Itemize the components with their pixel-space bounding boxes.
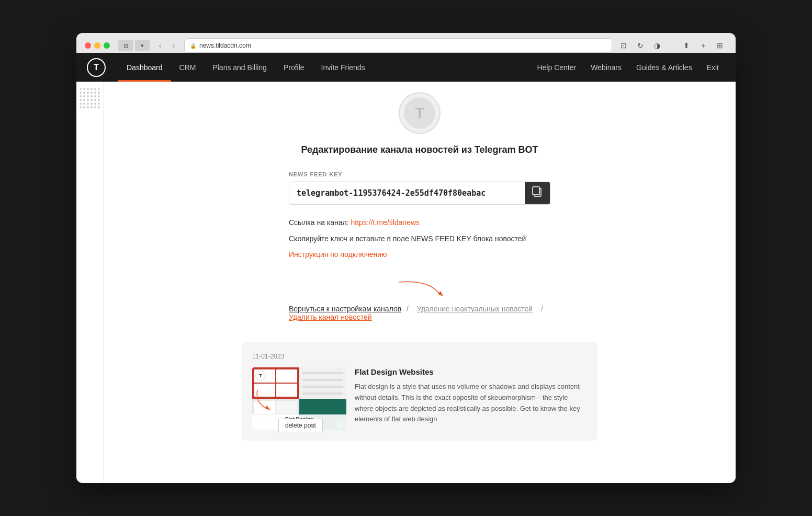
thumb-cell-2 <box>299 367 346 399</box>
forward-button[interactable]: › <box>167 40 180 51</box>
nav-left-items: Dashboard CRM Plans and Billing Profile … <box>118 53 531 82</box>
refresh-button[interactable]: ↻ <box>633 40 648 51</box>
copy-key-button[interactable] <box>525 182 550 204</box>
page-title: Редактирование канала новостей из Telegr… <box>301 144 538 155</box>
nav-guides-articles[interactable]: Guides & Articles <box>630 53 698 82</box>
nav-item-plans-billing[interactable]: Plans and Billing <box>204 53 275 82</box>
share-button[interactable]: ⬆ <box>679 40 694 51</box>
browser-chrome: ⊟ ▾ ‹ › 🔒 news.tildacdn.com ⊡ ↻ ◑ ⬆ + ⊞ <box>76 33 736 53</box>
svg-marker-3 <box>265 406 270 410</box>
left-sidebar <box>76 82 104 482</box>
field-label: NEWS FEED KEY <box>289 171 550 177</box>
logo-letter: T <box>94 63 99 72</box>
delete-channel-link[interactable]: Удалить канал новостей <box>289 313 372 321</box>
sidebar-toggle-button[interactable]: ⊟ <box>118 40 133 51</box>
post-date: 11-01-2023 <box>252 353 587 360</box>
instruction-link[interactable]: Инструкция по подключению <box>289 250 387 259</box>
app-logo[interactable]: T <box>87 58 106 77</box>
post-info: Flat Design Websites Flat design is a st… <box>355 367 587 430</box>
close-window-button[interactable] <box>85 42 91 49</box>
sidebar-pattern <box>80 88 100 108</box>
shield-button[interactable]: ◑ <box>650 40 664 51</box>
nav-exit[interactable]: Exit <box>701 53 725 82</box>
separator-2: / <box>541 305 543 313</box>
channel-link-row: Ссылка на канал: https://t.me/tildanews <box>289 217 550 228</box>
nav-webinars[interactable]: Webinars <box>584 53 628 82</box>
key-input-wrapper <box>289 182 550 205</box>
screen-record-button[interactable]: ⊡ <box>616 40 631 51</box>
nav-item-dashboard[interactable]: Dashboard <box>118 53 171 82</box>
copy-instruction-text: Скопируйте ключ и вставьте в поле NEWS F… <box>289 233 550 244</box>
avatar-letter: T <box>415 105 424 121</box>
traffic-lights <box>85 42 110 49</box>
lock-icon: 🔒 <box>190 43 196 49</box>
address-bar[interactable]: 🔒 news.tildacdn.com <box>184 38 612 53</box>
separator-1: / <box>407 305 411 313</box>
back-to-channels-link[interactable]: Вернуться к настройкам каналов <box>289 305 401 313</box>
svg-marker-2 <box>438 291 443 296</box>
channel-avatar-inner: T <box>404 97 435 129</box>
arrow-svg <box>388 279 451 300</box>
delete-post-arrow <box>252 387 284 416</box>
grid-button[interactable]: ⊞ <box>713 40 727 51</box>
url-text: news.tildacdn.com <box>199 42 251 49</box>
browser-actions: ⊡ ↻ ◑ ⬆ + ⊞ <box>616 40 727 51</box>
copy-icon <box>532 186 543 200</box>
delete-outdated-text: Удаление неактуальных новостей <box>417 305 533 313</box>
bottom-links: Вернуться к настройкам каналов / Удалени… <box>289 305 550 321</box>
delete-post-button[interactable]: delete post <box>278 419 323 432</box>
form-section: NEWS FEED KEY Ссылка <box>289 171 550 342</box>
nav-help-center[interactable]: Help Center <box>531 53 582 82</box>
tilda-badge: T <box>255 371 266 381</box>
channel-avatar: T <box>399 92 441 134</box>
post-title: Flat Design Websites <box>355 367 587 376</box>
nav-item-profile[interactable]: Profile <box>275 53 313 82</box>
post-preview-card: 11-01-2023 T <box>242 342 597 441</box>
channel-link-prefix: Ссылка на канал: <box>289 218 349 227</box>
browser-nav: ‹ › <box>154 40 180 51</box>
app-navbar: T Dashboard CRM Plans and Billing Profil… <box>76 53 736 82</box>
back-button[interactable]: ‹ <box>154 40 166 51</box>
sidebar-toggle-chevron[interactable]: ▾ <box>135 40 150 51</box>
maximize-window-button[interactable] <box>104 42 110 49</box>
channel-link[interactable]: https://t.me/tildanews <box>351 218 420 227</box>
news-feed-key-input[interactable] <box>289 182 525 204</box>
nav-item-crm[interactable]: CRM <box>171 53 205 82</box>
arrow-decoration <box>289 279 550 300</box>
svg-rect-1 <box>533 187 539 195</box>
page-layout: T Редактирование канала новостей из Tele… <box>76 82 736 482</box>
nav-item-invite-friends[interactable]: Invite Friends <box>313 53 374 82</box>
new-tab-button[interactable]: + <box>696 40 710 51</box>
browser-controls: ⊟ ▾ <box>118 40 150 51</box>
minimize-window-button[interactable] <box>94 42 100 49</box>
post-description: Flat design is a style that uses no volu… <box>355 382 587 425</box>
main-content: T Редактирование канала новостей из Tele… <box>104 82 736 482</box>
nav-right-items: Help Center Webinars Guides & Articles E… <box>531 53 725 82</box>
